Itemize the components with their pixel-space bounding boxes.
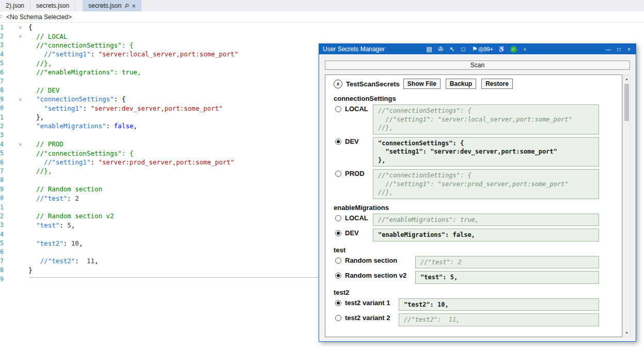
option-radio[interactable] [335, 300, 341, 306]
editor-line[interactable]: 3 //"connectionSettings": { [0, 41, 238, 50]
flag-icon[interactable]: ⚑ [472, 46, 478, 53]
line-number: 2 [0, 213, 5, 220]
editor-line[interactable]: 1 [0, 203, 238, 212]
option-radio[interactable] [335, 273, 341, 279]
scan-button[interactable]: Scan [325, 61, 630, 70]
editor-line[interactable]: 3 [0, 131, 238, 140]
editor-line[interactable]: 8 // DEV [0, 86, 238, 95]
show-file-button[interactable]: Show File [403, 79, 441, 89]
code-text: "test": 5, [28, 221, 75, 229]
option-label: PROD [345, 170, 365, 177]
secret-option-row: Random section v2"test": 5, [335, 271, 622, 284]
scrollbar-thumb[interactable] [624, 84, 629, 121]
editor-line[interactable]: 2∨ // LOCAL [0, 32, 238, 40]
editor-tab[interactable]: 2).json [0, 0, 30, 11]
chevron-left-icon[interactable]: ‹ [522, 46, 528, 53]
secret-section: test2test2 variant 1"test2": 10,test2 va… [334, 289, 622, 326]
backup-button[interactable]: Backup [446, 79, 476, 89]
maximize-button[interactable]: □ [616, 47, 622, 52]
fold-chevron-icon[interactable]: ∨ [5, 34, 28, 39]
pointer-icon[interactable]: ↖ [449, 46, 455, 53]
editor-line[interactable]: 0 //"test": 2 [0, 193, 238, 202]
option-radio[interactable] [335, 171, 341, 177]
schema-bar[interactable]: ∶ <No Schema Selected> [0, 11, 644, 23]
editor-line[interactable]: 7 //"test2": 11, [0, 257, 238, 265]
fold-chevron-icon[interactable]: ∨ [5, 25, 28, 30]
fold-chevron-icon[interactable]: ∨ [5, 97, 28, 102]
secret-section: enableMigrationsLOCAL//"enableMigrations… [334, 204, 622, 242]
minimize-button[interactable]: — [605, 47, 611, 52]
close-icon[interactable]: × [132, 2, 136, 10]
line-number: 1 [0, 24, 5, 31]
pin-icon[interactable]: ⚲ [123, 2, 131, 10]
titlebar-grip-right[interactable] [531, 47, 603, 52]
editor-line[interactable]: 0 "setting1": "server:dev_server,port:so… [0, 104, 238, 113]
option-radio[interactable] [335, 230, 341, 236]
camera-icon[interactable]: ✇ [437, 46, 444, 53]
window-title: User Secrets Manager [322, 46, 385, 53]
editor-line[interactable]: 6 [0, 248, 238, 257]
editor-line[interactable]: 7 //}, [0, 167, 238, 175]
export-icon[interactable]: ▤ [426, 46, 433, 53]
panel-scrollbar[interactable]: ▲ ▼ [623, 74, 631, 337]
option-radio[interactable] [335, 139, 341, 145]
editor-line[interactable]: 9 [0, 275, 238, 283]
editor-line[interactable]: 3 "test": 5, [0, 221, 238, 230]
editor-line[interactable]: 1 }, [0, 113, 238, 122]
editor-line[interactable]: 5 //"connectionSettings": { [0, 148, 238, 157]
editor-tab[interactable]: secrets.json⚲× [83, 0, 142, 11]
collapse-chevron-icon[interactable]: ∧ [334, 80, 342, 88]
line-number: 4 [0, 51, 5, 58]
option-radio[interactable] [335, 258, 341, 264]
accessibility-icon[interactable]: ♿ [498, 46, 506, 53]
line-number: 1 [0, 114, 5, 121]
editor-line[interactable]: 1∨{ [0, 23, 238, 32]
line-number: 3 [0, 41, 5, 49]
editor-line[interactable]: 9∨ "connectionSettings": { [0, 95, 238, 103]
scrollbar-up-icon[interactable]: ▲ [623, 75, 630, 83]
editor-line[interactable]: 8} [0, 266, 238, 275]
editor-line[interactable]: 8 [0, 176, 238, 185]
option-label: Random section v2 [345, 271, 406, 279]
editor-code[interactable]: 1∨{2∨ // LOCAL3 //"connectionSettings": … [0, 23, 238, 283]
fold-chevron-icon[interactable]: ∨ [5, 142, 28, 147]
editor-line[interactable]: 5 "test2": 10, [0, 238, 238, 247]
editor-line[interactable]: 2 "enableMigrations": false, [0, 122, 238, 130]
option-left: DEV [335, 137, 373, 145]
scrollbar-down-icon[interactable]: ▼ [623, 329, 630, 337]
section-label: connectionSettings [334, 95, 622, 102]
editor-line[interactable]: 6 //"setting1": "server:prod_server,port… [0, 158, 238, 167]
window-titlebar[interactable]: User Secrets Manager ▤✇↖□⚑ ◎99+ ♿ ✓ ‹ — … [319, 44, 636, 54]
window-controls: — □ × [605, 47, 633, 52]
group-buttons: Show FileBackupRestore [403, 79, 513, 89]
option-radio[interactable] [335, 215, 341, 221]
frame-icon[interactable]: □ [460, 46, 467, 53]
restore-button[interactable]: Restore [481, 79, 513, 89]
titlebar-grip[interactable] [387, 47, 423, 52]
editor-line[interactable]: 7 [0, 77, 238, 85]
schema-dropdown-icon[interactable]: ∶ [0, 13, 6, 20]
option-radio[interactable] [335, 315, 341, 321]
code-text: //"setting1": "server:prod_server,port:s… [28, 158, 234, 166]
close-button[interactable]: × [626, 47, 632, 52]
editor-tab[interactable]: secrets.json [30, 0, 75, 11]
editor-line[interactable]: 4∨ // PROD [0, 140, 238, 148]
code-text: //}, [28, 59, 52, 67]
code-preview: "test2": 10, [399, 298, 599, 311]
schema-label: <No Schema Selected> [6, 13, 72, 21]
section-label: enableMigrations [334, 204, 622, 212]
editor-line[interactable]: 4 [0, 230, 238, 238]
option-radio[interactable] [335, 106, 341, 112]
editor-line[interactable]: 5 //}, [0, 59, 238, 68]
editor-line[interactable]: 2 // Random section v2 [0, 212, 238, 220]
code-preview: //"enableMigrations": true, [373, 214, 599, 227]
tab-label: secrets.json [88, 2, 121, 9]
editor-line[interactable]: 9 // Random section [0, 185, 238, 193]
option-label: DEV [345, 138, 359, 145]
editor-line[interactable]: 6 //"enableMigrations": true, [0, 68, 238, 77]
code-text: // Random section v2 [28, 212, 114, 220]
editor-line[interactable]: 4 //"setting1": "server:local_server,por… [0, 50, 238, 58]
code-text: //}, [28, 167, 52, 175]
code-preview: "test": 5, [415, 271, 599, 284]
notifications-badge[interactable]: ◎99+ [478, 46, 493, 53]
